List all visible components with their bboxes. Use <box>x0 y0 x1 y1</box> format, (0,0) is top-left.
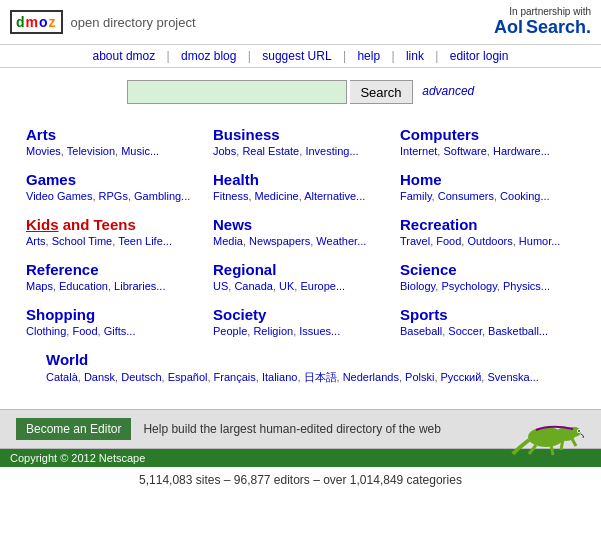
sub-espanol[interactable]: Español <box>168 371 208 383</box>
sub-nederlands[interactable]: Nederlands <box>343 371 399 383</box>
cat-arts: Arts Movies, Television, Music... <box>20 120 207 165</box>
cat-sports-link[interactable]: Sports <box>400 306 573 323</box>
cat-kids-teens: Kids and Teens Arts, School Time, Teen L… <box>20 210 207 255</box>
sub-us[interactable]: US <box>213 280 228 292</box>
nav-link[interactable]: link <box>406 49 424 63</box>
cat-arts-subs: Movies, Television, Music... <box>26 145 199 157</box>
aol-text: Aol <box>494 17 523 37</box>
logo-m: m <box>26 14 39 30</box>
nav-help[interactable]: help <box>357 49 380 63</box>
sub-people[interactable]: People <box>213 325 247 337</box>
sub-canada[interactable]: Canada <box>234 280 273 292</box>
nav-about[interactable]: about dmoz <box>93 49 156 63</box>
search-input[interactable] <box>127 80 347 104</box>
sub-gambling[interactable]: Gambling... <box>134 190 190 202</box>
sub-family[interactable]: Family <box>400 190 432 202</box>
cat-computers-link[interactable]: Computers <box>400 126 573 143</box>
become-editor-button[interactable]: Become an Editor <box>16 418 131 440</box>
sub-hardware[interactable]: Hardware... <box>493 145 550 157</box>
sub-jobs[interactable]: Jobs <box>213 145 236 157</box>
sub-media[interactable]: Media <box>213 235 243 247</box>
sub-uk[interactable]: UK <box>279 280 294 292</box>
cat-news-link[interactable]: News <box>213 216 386 233</box>
logo-d: d <box>16 14 26 30</box>
advanced-link[interactable]: advanced <box>422 84 474 98</box>
sub-soccer[interactable]: Soccer <box>448 325 482 337</box>
cat-science-link[interactable]: Science <box>400 261 573 278</box>
cat-society: Society People, Religion, Issues... <box>207 300 394 345</box>
sub-japanese[interactable]: 日本語 <box>304 371 337 383</box>
search-button[interactable]: Search <box>350 80 412 104</box>
cat-shopping-link[interactable]: Shopping <box>26 306 199 323</box>
sub-food-rec[interactable]: Food <box>436 235 461 247</box>
sub-internet[interactable]: Internet <box>400 145 437 157</box>
cat-games-link[interactable]: Games <box>26 171 199 188</box>
aol-badge: In partnership with Aol Search. <box>494 6 591 38</box>
sub-gifts[interactable]: Gifts... <box>104 325 136 337</box>
sub-fitness[interactable]: Fitness <box>213 190 248 202</box>
cat-reference: Reference Maps, Education, Libraries... <box>20 255 207 300</box>
sub-movies[interactable]: Movies <box>26 145 61 157</box>
sub-alternative[interactable]: Alternative... <box>304 190 365 202</box>
sub-television[interactable]: Television <box>67 145 115 157</box>
sub-video-games[interactable]: Video Games <box>26 190 92 202</box>
sub-medicine[interactable]: Medicine <box>255 190 299 202</box>
sub-dansk[interactable]: Dansk <box>84 371 115 383</box>
logo-z: z <box>49 14 57 30</box>
cat-world-link[interactable]: World <box>46 351 553 368</box>
sub-italiano[interactable]: Italiano <box>262 371 297 383</box>
cat-regional-link[interactable]: Regional <box>213 261 386 278</box>
sub-travel[interactable]: Travel <box>400 235 430 247</box>
sub-investing[interactable]: Investing... <box>305 145 358 157</box>
cat-health-link[interactable]: Health <box>213 171 386 188</box>
sub-russian[interactable]: Русский <box>441 371 482 383</box>
sub-real-estate[interactable]: Real Estate <box>242 145 299 157</box>
sub-weather[interactable]: Weather... <box>316 235 366 247</box>
cat-society-link[interactable]: Society <box>213 306 386 323</box>
nav-editor-login[interactable]: editor login <box>450 49 509 63</box>
sub-baseball[interactable]: Baseball <box>400 325 442 337</box>
cat-arts-link[interactable]: Arts <box>26 126 199 143</box>
cat-kids-link[interactable]: Kids and Teens <box>26 216 199 233</box>
cat-recreation-link[interactable]: Recreation <box>400 216 573 233</box>
sub-cooking[interactable]: Cooking... <box>500 190 550 202</box>
sub-rpgs[interactable]: RPGs <box>99 190 128 202</box>
sub-music[interactable]: Music... <box>121 145 159 157</box>
sub-catala[interactable]: Català <box>46 371 78 383</box>
sub-religion[interactable]: Religion <box>253 325 293 337</box>
nav-suggest[interactable]: suggest URL <box>262 49 331 63</box>
cat-home: Home Family, Consumers, Cooking... <box>394 165 581 210</box>
cat-reference-link[interactable]: Reference <box>26 261 199 278</box>
sub-basketball[interactable]: Basketball... <box>488 325 548 337</box>
cat-home-link[interactable]: Home <box>400 171 573 188</box>
nav-blog[interactable]: dmoz blog <box>181 49 236 63</box>
sub-europe[interactable]: Europe... <box>300 280 345 292</box>
cat-home-subs: Family, Consumers, Cooking... <box>400 190 573 202</box>
categories: Arts Movies, Television, Music... Games … <box>0 112 601 401</box>
sub-svenska[interactable]: Svenska... <box>487 371 538 383</box>
sub-humor[interactable]: Humor... <box>519 235 561 247</box>
sub-consumers[interactable]: Consumers <box>438 190 494 202</box>
sub-software[interactable]: Software <box>443 145 486 157</box>
sub-psychology[interactable]: Psychology <box>441 280 496 292</box>
sub-clothing[interactable]: Clothing <box>26 325 66 337</box>
sub-maps[interactable]: Maps <box>26 280 53 292</box>
sub-polski[interactable]: Polski <box>405 371 434 383</box>
sub-arts-kids[interactable]: Arts <box>26 235 46 247</box>
sub-issues[interactable]: Issues... <box>299 325 340 337</box>
sub-outdoors[interactable]: Outdoors <box>467 235 512 247</box>
sub-deutsch[interactable]: Deutsch <box>121 371 161 383</box>
sub-teen-life[interactable]: Teen Life... <box>118 235 172 247</box>
sub-newspapers[interactable]: Newspapers <box>249 235 310 247</box>
sub-biology[interactable]: Biology <box>400 280 435 292</box>
sub-education[interactable]: Education <box>59 280 108 292</box>
cat-recreation: Recreation Travel, Food, Outdoors, Humor… <box>394 210 581 255</box>
sub-libraries[interactable]: Libraries... <box>114 280 165 292</box>
sub-francais[interactable]: Français <box>214 371 256 383</box>
sub-food-shop[interactable]: Food <box>72 325 97 337</box>
cat-business-link[interactable]: Business <box>213 126 386 143</box>
cat-society-subs: People, Religion, Issues... <box>213 325 386 337</box>
sub-school-time[interactable]: School Time <box>52 235 113 247</box>
sub-physics[interactable]: Physics... <box>503 280 550 292</box>
cat-computers-subs: Internet, Software, Hardware... <box>400 145 573 157</box>
